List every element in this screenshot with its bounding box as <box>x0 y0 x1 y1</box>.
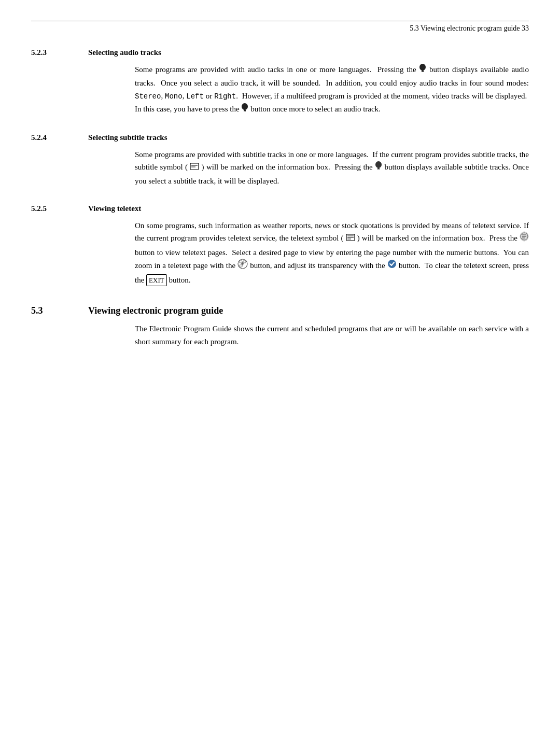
section-525-number: 5.2.5 <box>31 204 88 213</box>
section-53-body: The Electronic Program Guide shows the c… <box>31 322 529 348</box>
left-label: Left <box>186 92 204 101</box>
section-525-heading: 5.2.5 Viewing teletext <box>31 204 529 213</box>
svg-rect-18 <box>240 261 242 263</box>
page: 5.3 Viewing electronic program guide 33 … <box>0 0 560 746</box>
section-524-title: Selecting subtitle tracks <box>88 133 167 142</box>
section-53-text: The Electronic Program Guide shows the c… <box>135 322 529 348</box>
section-525: 5.2.5 Viewing teletext On some programs,… <box>31 204 529 287</box>
ok-button-icon <box>387 259 397 273</box>
section-53-indent <box>31 322 135 348</box>
section-523-body: Some programs are provided with audio ta… <box>31 63 529 117</box>
stereo-label: Stereo <box>135 92 161 101</box>
exit-key: EXIT <box>146 274 167 286</box>
section-53-number: 5.3 <box>31 305 88 316</box>
section-523-heading: 5.2.3 Selecting audio tracks <box>31 48 529 57</box>
zoom-button-icon <box>237 259 248 273</box>
section-524-indent <box>31 148 135 188</box>
section-524-body: Some programs are provided with subtitle… <box>31 148 529 188</box>
section-524-heading: 5.2.4 Selecting subtitle tracks <box>31 133 529 142</box>
audio-button-icon-1 <box>419 63 426 77</box>
svg-rect-19 <box>243 261 246 263</box>
page-header: 5.3 Viewing electronic program guide 33 <box>0 24 560 33</box>
section-53-heading: 5.3 Viewing electronic program guide <box>31 305 529 316</box>
page-content: 5.2.3 Selecting audio tracks Some progra… <box>0 48 560 348</box>
svg-rect-2 <box>190 163 199 170</box>
section-524: 5.2.4 Selecting subtitle tracks Some pro… <box>31 133 529 188</box>
header-text: 5.3 Viewing electronic program guide 33 <box>410 24 529 33</box>
audio-button-icon-2 <box>241 103 248 116</box>
section-53-title: Viewing electronic program guide <box>88 305 223 316</box>
section-524-text: Some programs are provided with subtitle… <box>135 148 529 188</box>
section-525-title: Viewing teletext <box>88 204 141 213</box>
section-523-indent <box>31 63 135 117</box>
svg-rect-20 <box>240 265 242 267</box>
section-523: 5.2.3 Selecting audio tracks Some progra… <box>31 48 529 117</box>
section-525-text: On some programs, such information as we… <box>135 219 529 287</box>
section-523-text: Some programs are provided with audio ta… <box>135 63 529 117</box>
subtitle-symbol-icon <box>190 161 199 174</box>
header-rule <box>31 21 529 21</box>
svg-point-21 <box>388 260 396 268</box>
section-523-title: Selecting audio tracks <box>88 48 161 57</box>
section-525-indent <box>31 219 135 287</box>
section-524-number: 5.2.4 <box>31 133 88 142</box>
section-523-number: 5.2.3 <box>31 48 88 57</box>
section-525-body: On some programs, such information as we… <box>31 219 529 287</box>
right-label: Right <box>214 92 236 101</box>
teletext-symbol-icon <box>346 232 355 245</box>
mono-label: Mono <box>165 92 183 101</box>
section-53: 5.3 Viewing electronic program guide The… <box>31 305 529 348</box>
subtitle-button-icon <box>375 161 382 174</box>
teletext-button-icon <box>520 231 529 246</box>
